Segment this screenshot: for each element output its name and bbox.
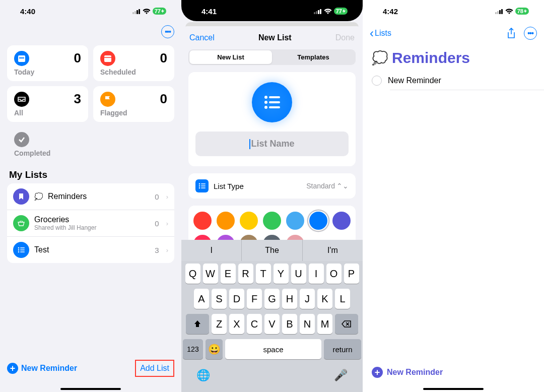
card-scheduled[interactable]: 0 Scheduled bbox=[93, 45, 174, 81]
plus-circle-icon: + bbox=[7, 363, 18, 374]
card-label: Flagged bbox=[100, 109, 167, 117]
color-swatch[interactable] bbox=[332, 212, 351, 230]
radio-unchecked-icon[interactable] bbox=[372, 76, 382, 86]
key-s[interactable]: S bbox=[212, 289, 227, 309]
svg-rect-29 bbox=[201, 187, 206, 188]
svg-point-18 bbox=[264, 96, 267, 99]
more-button[interactable]: ••• bbox=[524, 27, 537, 40]
svg-rect-1 bbox=[134, 11, 136, 14]
suggestion[interactable]: I'm bbox=[303, 240, 363, 261]
key-u[interactable]: U bbox=[291, 264, 306, 284]
reminder-item[interactable]: New Reminder bbox=[363, 72, 544, 90]
key-numbers[interactable]: 123 bbox=[183, 339, 203, 359]
suggestion[interactable]: The bbox=[242, 240, 302, 261]
share-button[interactable] bbox=[507, 28, 516, 39]
seg-templates[interactable]: Templates bbox=[272, 50, 355, 64]
back-label: Lists bbox=[375, 29, 391, 38]
list-name: Groceries bbox=[34, 215, 150, 224]
suggestion[interactable]: I bbox=[181, 240, 242, 261]
key-e[interactable]: E bbox=[221, 264, 236, 284]
key-t[interactable]: T bbox=[256, 264, 271, 284]
key-d[interactable]: D bbox=[229, 289, 244, 309]
list-item-groceries[interactable]: Groceries Shared with Jill Hanger 0 › bbox=[7, 210, 174, 237]
key-i[interactable]: I bbox=[309, 264, 324, 284]
key-q[interactable]: Q bbox=[185, 264, 200, 284]
color-swatch[interactable] bbox=[240, 212, 258, 230]
card-flagged[interactable]: 0 Flagged bbox=[93, 86, 174, 122]
key-r[interactable]: R bbox=[238, 264, 253, 284]
key-v[interactable]: V bbox=[264, 314, 280, 334]
card-all[interactable]: 3 All bbox=[7, 86, 88, 122]
key-return[interactable]: return bbox=[324, 339, 361, 359]
card-label: Completed bbox=[14, 149, 81, 157]
color-swatch[interactable] bbox=[309, 212, 327, 230]
done-button[interactable]: Done bbox=[335, 33, 355, 42]
key-p[interactable]: P bbox=[344, 264, 359, 284]
reminder-text[interactable]: New Reminder bbox=[388, 76, 441, 85]
chevron-right-icon: › bbox=[166, 220, 168, 227]
new-reminder-button[interactable]: + New Reminder bbox=[7, 363, 77, 374]
signal-icon bbox=[314, 9, 322, 14]
key-n[interactable]: N bbox=[300, 314, 315, 334]
cancel-button[interactable]: Cancel bbox=[189, 33, 215, 42]
list-item-test[interactable]: Test 3 › bbox=[7, 237, 174, 263]
key-x[interactable]: X bbox=[229, 314, 244, 334]
key-j[interactable]: J bbox=[300, 289, 315, 309]
key-backspace[interactable] bbox=[335, 314, 358, 334]
status-bar: 4:41 77 bbox=[181, 0, 363, 22]
more-button[interactable]: ••• bbox=[161, 25, 174, 38]
key-w[interactable]: W bbox=[203, 264, 218, 284]
key-k[interactable]: K bbox=[317, 289, 332, 309]
svg-point-10 bbox=[18, 249, 20, 251]
card-count: 0 bbox=[160, 91, 167, 107]
key-shift[interactable] bbox=[186, 314, 209, 334]
segmented-control[interactable]: New List Templates bbox=[188, 49, 356, 65]
list-item-reminders[interactable]: 💭 Reminders 0 › bbox=[7, 183, 174, 210]
key-h[interactable]: H bbox=[282, 289, 297, 309]
battery-indicator: 78 bbox=[515, 8, 529, 15]
new-reminder-button[interactable]: + New Reminder bbox=[372, 367, 443, 378]
sheet-title: New List bbox=[258, 33, 292, 42]
back-button[interactable]: ‹ Lists bbox=[370, 26, 391, 40]
color-swatch[interactable] bbox=[193, 212, 212, 230]
wifi-icon bbox=[324, 7, 332, 16]
svg-point-28 bbox=[199, 187, 200, 189]
svg-rect-6 bbox=[104, 55, 111, 62]
color-swatch[interactable] bbox=[263, 212, 281, 230]
home-indicator[interactable] bbox=[60, 388, 121, 390]
key-o[interactable]: O bbox=[326, 264, 342, 284]
color-swatch[interactable] bbox=[286, 212, 304, 230]
my-lists-heading: My Lists bbox=[0, 162, 181, 183]
globe-icon[interactable]: 🌐 bbox=[196, 369, 210, 382]
key-emoji[interactable]: 😀 bbox=[206, 339, 223, 359]
list-name: Reminders bbox=[48, 192, 150, 201]
seg-new-list[interactable]: New List bbox=[189, 50, 272, 64]
key-a[interactable]: A bbox=[194, 289, 209, 309]
key-m[interactable]: M bbox=[317, 314, 332, 334]
status-time: 4:41 bbox=[201, 7, 217, 16]
key-c[interactable]: C bbox=[247, 314, 262, 334]
color-swatch[interactable] bbox=[217, 212, 235, 230]
key-f[interactable]: F bbox=[247, 289, 262, 309]
svg-rect-30 bbox=[495, 12, 497, 14]
my-lists: 💭 Reminders 0 › Groceries Shared with Ji… bbox=[7, 183, 174, 263]
list-name-input[interactable]: List Name bbox=[195, 132, 349, 156]
key-space[interactable]: space bbox=[225, 339, 321, 359]
card-completed[interactable]: Completed bbox=[7, 127, 88, 162]
list-name: Test bbox=[34, 245, 150, 254]
key-y[interactable]: Y bbox=[274, 264, 289, 284]
wifi-icon bbox=[505, 7, 513, 16]
key-g[interactable]: G bbox=[264, 289, 280, 309]
mic-icon[interactable]: 🎤 bbox=[334, 369, 348, 382]
list-emoji: 💭 bbox=[372, 50, 388, 66]
list-type-row[interactable]: List Type Standard ⌃⌄ bbox=[188, 173, 356, 199]
list-bullets-icon bbox=[195, 179, 209, 192]
home-indicator[interactable] bbox=[423, 388, 484, 390]
add-list-button[interactable]: Add List bbox=[135, 360, 174, 377]
card-today[interactable]: 0 Today bbox=[7, 45, 88, 81]
key-b[interactable]: B bbox=[282, 314, 297, 334]
key-l[interactable]: L bbox=[335, 289, 350, 309]
svg-rect-27 bbox=[201, 185, 206, 186]
key-z[interactable]: Z bbox=[212, 314, 227, 334]
status-time: 4:40 bbox=[20, 7, 35, 16]
